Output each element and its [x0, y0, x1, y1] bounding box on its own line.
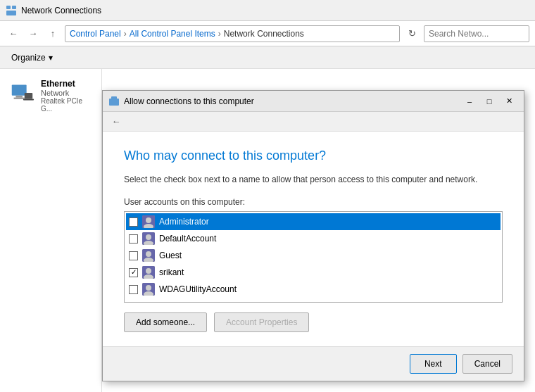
dialog-controls: – □ ✕: [460, 94, 518, 108]
account-properties-button[interactable]: Account Properties: [214, 312, 309, 332]
close-button[interactable]: ✕: [500, 94, 518, 108]
dialog-description: Select the check box next to a name to a…: [124, 173, 503, 186]
refresh-button[interactable]: ↻: [404, 26, 420, 42]
path-sep-1: ›: [124, 29, 127, 39]
window-icon: [6, 5, 17, 16]
toolbar: Organize ▾: [0, 46, 535, 69]
user-icon-srikant: [142, 266, 155, 279]
svg-rect-0: [6, 11, 16, 15]
main-area: Ethernet Network Realtek PCIe G... Allow…: [0, 69, 535, 392]
dialog-title-left: Allow connections to this computer: [108, 96, 254, 107]
up-button[interactable]: ↑: [45, 26, 61, 42]
user-name-defaultaccount: DefaultAccount: [159, 234, 216, 244]
search-input[interactable]: [424, 25, 529, 42]
ethernet-type: Network: [41, 89, 93, 97]
dialog-content: Who may connect to this computer? Select…: [103, 132, 524, 346]
window-titlebar: Network Connections: [0, 0, 535, 21]
user-list-label: User accounts on this computer:: [124, 197, 503, 207]
svg-rect-9: [111, 96, 117, 100]
ethernet-name: Ethernet: [41, 79, 93, 89]
ethernet-adapter: Realtek PCIe G...: [41, 97, 93, 113]
user-item-srikant[interactable]: srikant: [126, 264, 501, 281]
dialog-heading: Who may connect to this computer?: [124, 148, 503, 163]
forward-button[interactable]: →: [25, 26, 41, 42]
user-icon-administrator: [142, 215, 155, 228]
user-checkbox-wdagutilityaccount[interactable]: [129, 285, 138, 294]
user-item-defaultaccount[interactable]: DefaultAccount: [126, 230, 501, 247]
maximize-button[interactable]: □: [480, 94, 498, 108]
user-item-administrator[interactable]: Administrator: [126, 213, 501, 230]
dialog-footer: Next Cancel: [103, 346, 524, 381]
user-icon-wdagutilityaccount: [142, 283, 155, 296]
user-item-wdagutilityaccount[interactable]: WDAGUtilityAccount: [126, 281, 501, 298]
path-part-1: Control Panel: [70, 29, 121, 39]
svg-rect-2: [12, 6, 16, 9]
organize-arrow: ▾: [49, 53, 53, 63]
address-bar: ← → ↑ Control Panel › All Control Panel …: [0, 21, 535, 46]
svg-rect-7: [23, 99, 34, 101]
vpn-dialog: Allow connections to this computer – □ ✕…: [102, 90, 524, 381]
minimize-button[interactable]: –: [460, 94, 479, 108]
organize-button[interactable]: Organize ▾: [6, 49, 58, 66]
user-name-guest: Guest: [159, 251, 182, 260]
path-sep-2: ›: [218, 29, 221, 39]
back-button[interactable]: ←: [6, 26, 21, 42]
path-part-3: Network Connections: [224, 29, 304, 39]
user-icon-defaultaccount: [142, 232, 155, 245]
svg-point-23: [146, 285, 151, 291]
user-icon-guest: [142, 249, 155, 262]
ethernet-icon: [8, 79, 35, 107]
user-checkbox-administrator[interactable]: [129, 217, 138, 227]
svg-point-11: [146, 217, 151, 223]
svg-point-17: [146, 251, 151, 257]
dialog-nav: ←: [103, 112, 524, 132]
dialog-action-buttons: Add someone... Account Properties: [124, 312, 503, 332]
user-checkbox-srikant[interactable]: [129, 268, 138, 277]
cancel-button[interactable]: Cancel: [462, 354, 512, 374]
path-part-2: All Control Panel Items: [130, 29, 215, 39]
ethernet-info: Ethernet Network Realtek PCIe G...: [41, 79, 93, 113]
dialog-icon: [108, 96, 120, 107]
user-list: Administrator DefaultAccount: [124, 211, 503, 303]
organize-label: Organize: [11, 53, 46, 63]
svg-rect-1: [6, 6, 11, 9]
next-button[interactable]: Next: [410, 354, 457, 374]
user-name-wdagutilityaccount: WDAGUtilityAccount: [159, 284, 237, 294]
user-name-srikant: srikant: [159, 267, 184, 277]
dialog-titlebar: Allow connections to this computer – □ ✕: [103, 91, 524, 112]
user-name-administrator: Administrator: [159, 217, 209, 227]
svg-rect-3: [12, 85, 27, 96]
svg-point-20: [146, 268, 151, 274]
user-item-guest[interactable]: Guest: [126, 247, 501, 264]
left-panel: Ethernet Network Realtek PCIe G...: [0, 69, 102, 392]
svg-rect-4: [15, 96, 23, 98]
address-path[interactable]: Control Panel › All Control Panel Items …: [65, 25, 400, 42]
svg-point-14: [146, 234, 151, 240]
ethernet-item[interactable]: Ethernet Network Realtek PCIe G...: [6, 76, 96, 115]
dialog-title: Allow connections to this computer: [124, 96, 254, 106]
add-someone-button[interactable]: Add someone...: [124, 312, 207, 332]
window-title: Network Connections: [21, 6, 101, 15]
user-checkbox-defaultaccount[interactable]: [129, 234, 138, 244]
svg-rect-5: [14, 98, 25, 99]
svg-rect-6: [25, 93, 32, 99]
dialog-back-button[interactable]: ←: [108, 114, 124, 129]
user-checkbox-guest[interactable]: [129, 251, 138, 260]
